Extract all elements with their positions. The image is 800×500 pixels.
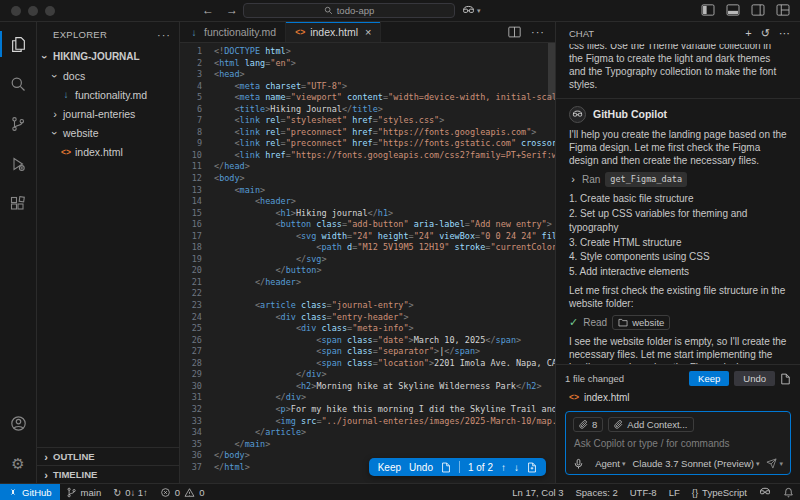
line-number: 4: [180, 81, 214, 93]
read-tool-row[interactable]: ✓ Read website: [569, 315, 787, 330]
code-line: 28 <span class="location">2201 Imola Ave…: [180, 358, 555, 370]
add-context-button[interactable]: Add Context...: [608, 417, 693, 432]
mode-selector[interactable]: Agent ▾: [595, 457, 625, 470]
section-timeline[interactable]: ›TIMELINE: [37, 465, 179, 483]
send-button[interactable]: ▾: [766, 457, 783, 470]
line-number: 23: [180, 300, 214, 312]
user-message-text: css files. Use the Theme variable collec…: [569, 44, 787, 91]
command-center-text: todo-app: [337, 5, 375, 16]
keep-all-button[interactable]: Keep: [689, 371, 729, 386]
undo-button[interactable]: Undo: [409, 462, 433, 473]
branch-indicator[interactable]: main: [60, 484, 108, 500]
changed-file-row[interactable]: <> index.html: [565, 386, 791, 411]
code-line: 10 <link href="https://fonts.googleapis.…: [180, 150, 555, 162]
tab-functionality-md[interactable]: ↓ functionality.md: [180, 22, 286, 42]
code-line: 11</head>: [180, 161, 555, 173]
minimize-window-button[interactable]: [28, 6, 38, 16]
source-control-icon[interactable]: [0, 104, 36, 144]
code-line: 23 <article class="journal-entry">: [180, 300, 555, 312]
extensions-icon[interactable]: [0, 184, 36, 224]
maximize-window-button[interactable]: [45, 6, 55, 16]
chat-step: 5. Add interactive elements: [569, 265, 787, 280]
indentation-setting[interactable]: Spaces: 2: [569, 484, 623, 500]
code-text: <!DOCTYPE html>: [214, 46, 291, 58]
chat-input-box[interactable]: 8 Add Context... Ask Copilot or type / f…: [565, 411, 791, 475]
search-view-icon[interactable]: [0, 64, 36, 104]
editor-scrollbar[interactable]: [548, 43, 555, 99]
section-label: TIMELINE: [53, 469, 97, 480]
keep-button[interactable]: Keep: [378, 462, 401, 473]
close-window-button[interactable]: [11, 6, 21, 16]
code-text: <svg width="24" height="24" viewBox="0 0…: [214, 231, 555, 243]
code-text: </div>: [214, 392, 306, 404]
section-label: OUTLINE: [53, 451, 95, 462]
microphone-icon[interactable]: [573, 458, 584, 470]
tree-item-functionality.md[interactable]: ↓functionality.md: [37, 85, 179, 104]
attachments-chip[interactable]: 8: [573, 417, 603, 432]
code-line: 7 <link rel="stylesheet" href="styles.cs…: [180, 115, 555, 127]
tree-item-journal-enteries[interactable]: ›journal-enteries: [37, 104, 179, 123]
tab-index-html[interactable]: <> index.html ×: [286, 22, 381, 42]
open-file-icon[interactable]: [441, 462, 451, 473]
code-line: 12<body>: [180, 173, 555, 185]
toggle-panel-icon[interactable]: [726, 4, 740, 16]
run-debug-icon[interactable]: [0, 144, 36, 184]
open-changes-icon[interactable]: [527, 462, 537, 473]
settings-gear-icon[interactable]: ⚙: [0, 443, 36, 483]
tree-item-website[interactable]: ›website: [37, 123, 179, 142]
model-selector[interactable]: Claude 3.7 Sonnet (Preview) ▾: [633, 457, 760, 470]
problems-indicator[interactable]: 0 0: [154, 484, 211, 500]
previous-change-icon[interactable]: ↑: [501, 462, 506, 473]
editor-more-actions-icon[interactable]: ···: [531, 26, 545, 38]
folder-icon: [618, 318, 628, 327]
language-mode[interactable]: {} TypeScript: [686, 484, 753, 500]
line-number: 9: [180, 138, 214, 150]
code-text: <img src="../journal-enteries/images/202…: [214, 416, 555, 428]
view-changes-icon[interactable]: [780, 373, 791, 385]
chat-more-actions-icon[interactable]: ⋯: [779, 27, 790, 40]
code-text: <html lang="en">: [214, 58, 296, 70]
next-change-icon[interactable]: ↓: [514, 462, 519, 473]
copilot-menu-button[interactable]: ▾: [462, 4, 481, 17]
chat-history-icon[interactable]: ↺: [761, 27, 770, 40]
split-editor-icon[interactable]: [508, 26, 521, 38]
nav-forward-icon[interactable]: →: [226, 3, 238, 17]
tree-item-index.html[interactable]: <>index.html: [37, 142, 179, 161]
line-number: 36: [180, 450, 214, 462]
tool-name-chip: get_Figma_data: [605, 172, 687, 187]
remote-indicator[interactable]: GitHub: [0, 484, 60, 500]
copilot-status[interactable]: [753, 484, 777, 500]
command-center-search[interactable]: todo-app: [243, 3, 455, 18]
encoding-setting[interactable]: UTF-8: [624, 484, 663, 500]
chat-input-placeholder[interactable]: Ask Copilot or type / for commands: [574, 437, 783, 450]
explorer-more-actions-icon[interactable]: ···: [157, 29, 171, 41]
close-tab-icon[interactable]: ×: [365, 26, 371, 38]
account-icon[interactable]: [0, 403, 36, 443]
code-editor[interactable]: 1<!DOCTYPE html>2<html lang="en">3<head>…: [180, 43, 555, 483]
customize-layout-icon[interactable]: [776, 4, 790, 16]
section-outline[interactable]: ›OUTLINE: [37, 447, 179, 465]
nav-back-icon[interactable]: ←: [202, 3, 214, 17]
undo-all-button[interactable]: Undo: [734, 371, 775, 386]
toggle-primary-sidebar-icon[interactable]: [701, 4, 715, 16]
chevron-right-icon: ›: [51, 108, 59, 120]
cursor-position[interactable]: Ln 17, Col 3: [506, 484, 569, 500]
line-number: 8: [180, 127, 214, 139]
code-text: <div class="meta-info">: [214, 323, 414, 335]
tree-item-docs[interactable]: ›docs: [37, 66, 179, 85]
code-lines: 1<!DOCTYPE html>2<html lang="en">3<head>…: [180, 46, 555, 473]
toggle-secondary-sidebar-icon[interactable]: [751, 4, 765, 16]
new-chat-icon[interactable]: +: [745, 27, 751, 40]
line-number: 22: [180, 288, 214, 300]
code-text: <meta charset="UTF-8">: [214, 81, 347, 93]
line-number: 32: [180, 404, 214, 416]
sync-indicator[interactable]: ↻ 0↓ 1↑: [107, 484, 154, 500]
eol-setting[interactable]: LF: [663, 484, 686, 500]
explorer-icon[interactable]: [0, 24, 36, 64]
tool-run-row[interactable]: › Ran get_Figma_data: [569, 172, 787, 187]
tree-root-hiking-journal[interactable]: › HIKING-JOURNAL: [37, 47, 179, 66]
line-number: 28: [180, 358, 214, 370]
notifications-bell[interactable]: [777, 484, 800, 500]
braces-icon: {}: [692, 487, 698, 498]
code-text: <title>Hiking Journal</title>: [214, 104, 383, 116]
